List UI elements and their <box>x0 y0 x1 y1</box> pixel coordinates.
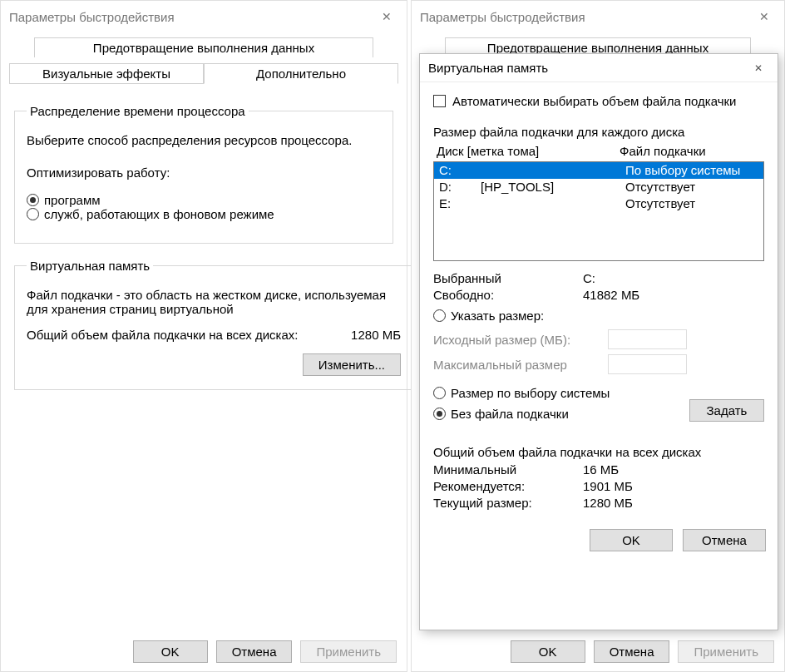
dialog-titlebar: Виртуальная память ✕ <box>420 54 778 82</box>
performance-options-window-left: Параметры быстродействия ✕ Предотвращени… <box>0 0 407 672</box>
drive-listbox[interactable]: C: По выбору системы D: [HP_TOOLS] Отсут… <box>433 161 764 261</box>
min-value: 16 МБ <box>583 462 619 477</box>
vm-group-legend: Виртуальная память <box>27 259 153 273</box>
per-drive-label: Размер файла подкачки для каждого диска <box>433 125 764 139</box>
apply-button[interactable]: Применить <box>300 640 397 663</box>
free-space-value: 41882 МБ <box>583 288 639 302</box>
min-label: Минимальный <box>433 462 583 477</box>
col-paging-header: Файл подкачки <box>620 144 761 158</box>
dialog-title: Виртуальная память <box>428 61 748 75</box>
radio-programs[interactable]: программ <box>27 193 101 207</box>
radio-icon <box>433 309 446 322</box>
col-drive-header: Диск [метка тома] <box>437 144 620 158</box>
ok-button[interactable]: OK <box>133 640 208 663</box>
custom-size-label: Указать размер: <box>451 309 544 323</box>
system-managed-label: Размер по выбору системы <box>451 386 610 400</box>
auto-manage-label: Автоматически выбирать объем файла подка… <box>452 94 736 108</box>
drive-volume-label <box>481 195 625 212</box>
drive-list-header: Диск [метка тома] Файл подкачки <box>433 144 764 158</box>
free-space-label: Свободно: <box>433 288 583 302</box>
rec-value: 1901 МБ <box>583 479 633 493</box>
tab-content: Распределение времени процессора Выберит… <box>1 84 407 413</box>
drive-letter: D: <box>439 179 481 195</box>
close-icon[interactable]: ✕ <box>753 7 776 27</box>
total-info: Минимальный 16 МБ Рекомендуется: 1901 МБ… <box>433 462 764 510</box>
ok-button[interactable]: OK <box>590 529 673 551</box>
tab-row: Визуальные эффекты Дополнительно <box>9 62 398 84</box>
cancel-button[interactable]: Отмена <box>683 529 766 551</box>
close-icon[interactable]: ✕ <box>375 7 398 27</box>
close-icon[interactable]: ✕ <box>748 59 769 77</box>
checkbox-icon <box>433 95 446 107</box>
radio-icon <box>433 408 446 420</box>
window-title: Параметры быстродействия <box>420 10 753 24</box>
cpu-scheduling-group: Распределение времени процессора Выберит… <box>14 104 393 244</box>
selected-drive-value: C: <box>583 271 595 285</box>
radio-icon <box>27 208 39 220</box>
drive-paging-status: Отсутствует <box>625 195 758 212</box>
drive-row[interactable]: C: По выбору системы <box>434 162 763 179</box>
rec-label: Рекомендуется: <box>433 479 583 493</box>
virtual-memory-dialog: Виртуальная память ✕ Автоматически выбир… <box>419 53 778 630</box>
dialog-buttons: OK Отмена <box>420 521 778 560</box>
window-title: Параметры быстродействия <box>9 10 375 24</box>
vm-total-row: Общий объем файла подкачки на всех диска… <box>27 328 401 342</box>
drive-paging-status: Отсутствует <box>625 179 758 195</box>
dialog-body: Автоматически выбирать объем файла подка… <box>420 82 778 521</box>
radio-icon <box>433 387 446 399</box>
drive-volume-label: [HP_TOOLS] <box>481 179 625 195</box>
cancel-button[interactable]: Отмена <box>594 640 670 663</box>
drive-row[interactable]: E: Отсутствует <box>434 195 763 212</box>
vm-total-label: Общий объем файла подкачки на всех диска… <box>27 328 309 342</box>
tab-advanced[interactable]: Дополнительно <box>204 63 398 84</box>
radio-services-label: служб, работающих в фоновом режиме <box>44 207 274 221</box>
vm-total-value: 1280 МБ <box>309 328 401 342</box>
max-size-label: Максимальный размер <box>433 358 608 372</box>
radio-icon <box>27 194 39 206</box>
selected-drive-label: Выбранный <box>433 271 583 285</box>
total-section-label: Общий объем файла подкачки на всех диска… <box>433 445 764 459</box>
titlebar: Параметры быстродействия ✕ <box>412 1 784 32</box>
initial-size-input[interactable] <box>608 329 687 349</box>
initial-size-label: Исходный размер (МБ): <box>433 333 608 347</box>
cur-value: 1280 МБ <box>583 496 633 510</box>
auto-manage-checkbox[interactable]: Автоматически выбирать объем файла подка… <box>433 94 736 108</box>
change-button[interactable]: Изменить... <box>303 353 401 376</box>
drive-letter: E: <box>439 195 481 212</box>
radio-system-managed[interactable]: Размер по выбору системы <box>433 386 764 400</box>
cpu-group-legend: Распределение времени процессора <box>27 104 249 118</box>
window-buttons: OK Отмена Применить <box>133 640 397 663</box>
selected-drive-info: Выбранный C: Свободно: 41882 МБ <box>433 271 764 302</box>
max-size-row: Максимальный размер <box>433 354 764 374</box>
titlebar: Параметры быстродействия ✕ <box>1 1 407 32</box>
window-buttons: OK Отмена Применить <box>511 640 774 663</box>
drive-paging-status: По выбору системы <box>625 162 758 179</box>
max-size-input[interactable] <box>608 354 687 374</box>
radio-custom-size[interactable]: Указать размер: <box>433 309 764 323</box>
tab-visual-effects[interactable]: Визуальные эффекты <box>9 63 204 84</box>
ok-button[interactable]: OK <box>511 640 585 663</box>
initial-size-row: Исходный размер (МБ): <box>433 329 764 349</box>
cancel-button[interactable]: Отмена <box>216 640 293 663</box>
cpu-description: Выберите способ распределения ресурсов п… <box>27 133 381 147</box>
radio-background-services[interactable]: служб, работающих в фоновом режиме <box>27 207 274 221</box>
drive-letter: C: <box>439 162 481 179</box>
cur-label: Текущий размер: <box>433 496 583 510</box>
drive-row[interactable]: D: [HP_TOOLS] Отсутствует <box>434 179 763 195</box>
drive-volume-label <box>481 162 625 179</box>
virtual-memory-group: Виртуальная память Файл подкачки - это о… <box>14 259 413 390</box>
radio-programs-label: программ <box>44 193 101 207</box>
no-paging-label: Без файла подкачки <box>451 407 569 421</box>
apply-button[interactable]: Применить <box>678 640 774 663</box>
vm-description: Файл подкачки - это область на жестком д… <box>27 288 401 316</box>
tab-dep[interactable]: Предотвращение выполнения данных <box>34 37 373 57</box>
vm-change-row: Изменить... <box>27 353 401 376</box>
optimize-label: Оптимизировать работу: <box>27 166 381 180</box>
set-button[interactable]: Задать <box>689 399 764 422</box>
cpu-radio-row: программ служб, работающих в фоновом реж… <box>27 191 381 223</box>
